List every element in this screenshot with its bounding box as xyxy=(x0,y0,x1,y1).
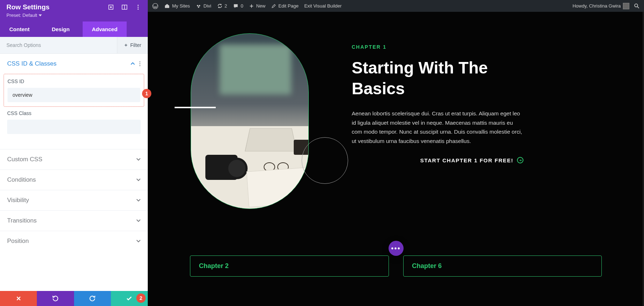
css-class-label: CSS Class xyxy=(7,110,141,116)
panel-header: Row Settings Preset: Default xyxy=(0,0,148,21)
chevron-down-icon xyxy=(136,158,141,161)
redo-button[interactable] xyxy=(74,291,111,306)
section-transitions[interactable]: Transitions xyxy=(0,210,148,231)
css-id-field-highlight: CSS ID xyxy=(4,74,144,107)
new-link[interactable]: New xyxy=(249,3,265,9)
scrollbar[interactable] xyxy=(643,12,644,306)
start-chapter-button[interactable]: START CHAPTER 1 FOR FREE! xyxy=(420,157,523,163)
chevron-up-icon xyxy=(131,62,135,65)
chapter-label: CHAPTER 1 xyxy=(352,44,523,50)
settings-panel: Row Settings Preset: Default xyxy=(0,0,148,306)
chevron-down-icon xyxy=(136,199,141,202)
section-position[interactable]: Position xyxy=(0,231,148,251)
annotation-badge: 2 xyxy=(136,293,146,303)
svg-point-4 xyxy=(138,5,139,6)
annotation-badge: 1 xyxy=(142,89,151,98)
chapter-card[interactable]: Chapter 6 xyxy=(403,255,602,277)
chevron-down-icon xyxy=(136,219,141,222)
css-class-input[interactable] xyxy=(7,120,141,134)
edit-page-link[interactable]: Edit Page xyxy=(271,3,298,9)
page-title: Starting With The Basics xyxy=(352,58,523,99)
comments-link[interactable]: 0 xyxy=(233,3,243,9)
tab-content[interactable]: Content xyxy=(0,21,39,37)
svg-point-11 xyxy=(140,65,141,66)
svg-point-16 xyxy=(199,5,200,6)
search-icon[interactable] xyxy=(634,3,640,9)
admin-bar: My Sites Divi 2 0 New xyxy=(148,0,644,12)
svg-point-15 xyxy=(197,5,198,6)
panel-title: Row Settings xyxy=(6,3,49,11)
undo-button[interactable] xyxy=(37,291,74,306)
svg-point-20 xyxy=(635,4,638,7)
user-greeting: Howdy, Christina Gwira xyxy=(572,3,629,9)
section-css-id-classes[interactable]: CSS ID & Classes xyxy=(0,54,148,74)
save-button[interactable]: 2 xyxy=(111,291,148,306)
hero-image xyxy=(191,33,323,212)
wp-logo-icon[interactable] xyxy=(152,3,158,9)
tab-advanced[interactable]: Advanced xyxy=(83,21,127,37)
section-visibility[interactable]: Visibility xyxy=(0,190,148,210)
svg-point-5 xyxy=(138,7,139,8)
arrow-right-icon xyxy=(517,157,523,163)
svg-point-1 xyxy=(111,7,112,8)
svg-line-21 xyxy=(638,7,639,8)
more-icon[interactable] xyxy=(139,61,141,66)
expand-icon[interactable] xyxy=(108,4,114,10)
section-conditions[interactable]: Conditions xyxy=(0,169,148,190)
preset-selector[interactable]: Preset: Default xyxy=(6,13,141,18)
chapter-card[interactable]: Chapter 2 xyxy=(190,255,389,277)
css-id-input[interactable] xyxy=(8,88,140,102)
column-icon[interactable] xyxy=(121,4,128,10)
site-link[interactable]: Divi xyxy=(196,3,211,9)
builder-fab[interactable]: ••• xyxy=(389,241,404,256)
css-id-label: CSS ID xyxy=(8,78,140,84)
svg-point-9 xyxy=(140,61,141,62)
avatar xyxy=(623,3,629,9)
filter-button[interactable]: Filter xyxy=(117,37,148,53)
decorative-circle xyxy=(302,137,348,184)
hero-description: Aenean lobortis scelerisque dui. Cras ut… xyxy=(352,109,523,145)
cancel-button[interactable] xyxy=(0,291,37,306)
tab-design[interactable]: Design xyxy=(39,21,83,37)
search-input[interactable] xyxy=(0,37,117,53)
exit-builder-link[interactable]: Exit Visual Builder xyxy=(304,3,342,9)
tabs: Content Design Advanced xyxy=(0,21,148,37)
chevron-down-icon xyxy=(136,178,141,181)
updates-link[interactable]: 2 xyxy=(217,3,227,9)
svg-point-10 xyxy=(140,63,141,64)
section-custom-css[interactable]: Custom CSS xyxy=(0,149,148,169)
my-sites-link[interactable]: My Sites xyxy=(164,3,190,9)
more-icon[interactable] xyxy=(135,4,141,10)
svg-point-17 xyxy=(198,6,199,8)
decorative-line xyxy=(175,107,216,108)
svg-point-6 xyxy=(138,9,139,10)
chevron-down-icon xyxy=(136,240,141,243)
